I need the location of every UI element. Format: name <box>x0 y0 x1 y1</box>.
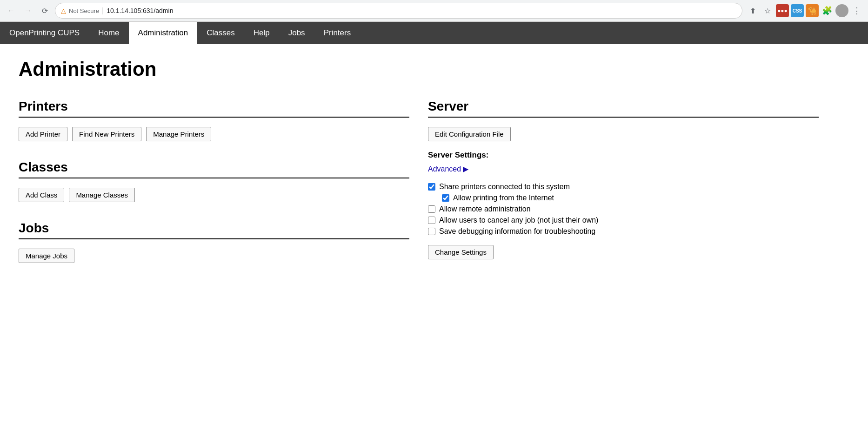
server-buttons: Edit Configuration File <box>428 127 819 141</box>
browser-chrome: ← → ⟳ △ Not Secure | 10.1.14.105:631/adm… <box>0 0 868 22</box>
allow-remote-admin-label: Allow remote administration <box>439 205 531 213</box>
address-bar[interactable]: △ Not Secure | 10.1.14.105:631/admin <box>55 3 742 19</box>
allow-internet-label: Allow printing from the Internet <box>453 194 554 202</box>
manage-classes-button[interactable]: Manage Classes <box>69 188 135 202</box>
manage-printers-button[interactable]: Manage Printers <box>146 127 211 141</box>
not-secure-label: Not Secure <box>69 7 99 14</box>
left-column: Printers Add Printer Find New Printers M… <box>19 99 409 263</box>
change-settings-wrapper: Change Settings <box>428 245 819 259</box>
advanced-link[interactable]: Advanced ▶ <box>428 165 468 173</box>
cups-navbar: OpenPrinting CUPS Home Administration Cl… <box>0 22 868 44</box>
nav-printers[interactable]: Printers <box>314 22 361 44</box>
nav-administration[interactable]: Administration <box>129 22 198 44</box>
allow-cancel-label: Allow users to cancel any job (not just … <box>439 216 598 224</box>
page-content: Administration Printers Add Printer Find… <box>0 44 837 277</box>
advanced-arrow: ▶ <box>463 165 468 173</box>
server-section: Server Edit Configuration File Server Se… <box>428 99 819 259</box>
allow-cancel-any-job-checkbox[interactable] <box>428 217 435 224</box>
add-class-button[interactable]: Add Class <box>19 188 64 202</box>
browser-toolbar: ← → ⟳ △ Not Secure | 10.1.14.105:631/adm… <box>0 0 868 21</box>
save-debugging-checkbox[interactable] <box>428 228 435 235</box>
ext-css-button[interactable]: CSS <box>791 4 804 17</box>
nav-help[interactable]: Help <box>244 22 279 44</box>
allow-printing-internet-checkbox[interactable] <box>442 194 449 202</box>
separator: | <box>102 7 104 15</box>
allow-cancel-row: Allow users to cancel any job (not just … <box>428 216 819 224</box>
find-new-printers-button[interactable]: Find New Printers <box>72 127 141 141</box>
edit-config-button[interactable]: Edit Configuration File <box>428 127 511 141</box>
advanced-section: Advanced ▶ <box>428 165 819 178</box>
share-printers-label: Share printers connected to this system <box>439 183 570 191</box>
nav-classes[interactable]: Classes <box>197 22 244 44</box>
advanced-label: Advanced <box>428 165 461 173</box>
add-printer-button[interactable]: Add Printer <box>19 127 67 141</box>
share-button[interactable]: ⬆ <box>746 4 759 17</box>
ext-red-button[interactable]: ●●● <box>776 4 789 17</box>
jobs-buttons: Manage Jobs <box>19 249 409 263</box>
allow-internet-row: Allow printing from the Internet <box>442 194 819 202</box>
printers-buttons: Add Printer Find New Printers Manage Pri… <box>19 127 409 141</box>
page-title: Administration <box>19 58 819 80</box>
manage-jobs-button[interactable]: Manage Jobs <box>19 249 74 263</box>
classes-section-title: Classes <box>19 160 409 178</box>
url-display: 10.1.14.105:631/admin <box>107 7 173 14</box>
ext-camel-button[interactable]: 🐪 <box>806 4 819 17</box>
server-settings-label: Server Settings: <box>428 151 819 160</box>
nav-home[interactable]: Home <box>89 22 128 44</box>
reload-button[interactable]: ⟳ <box>38 4 51 17</box>
allow-remote-admin-row: Allow remote administration <box>428 205 819 213</box>
forward-button[interactable]: → <box>21 4 34 17</box>
cups-brand: OpenPrinting CUPS <box>0 22 89 44</box>
share-printers-row: Share printers connected to this system <box>428 183 819 191</box>
warning-icon: △ <box>61 7 66 14</box>
main-grid: Printers Add Printer Find New Printers M… <box>19 99 819 263</box>
share-printers-checkbox[interactable] <box>428 183 435 191</box>
jobs-section: Jobs Manage Jobs <box>19 221 409 263</box>
back-button[interactable]: ← <box>5 4 18 17</box>
save-debugging-row: Save debugging information for troublesh… <box>428 227 819 236</box>
ext-puzzle-button[interactable]: 🧩 <box>821 4 834 17</box>
bookmark-button[interactable]: ☆ <box>761 4 774 17</box>
browser-actions: ⬆ ☆ ●●● CSS 🐪 🧩 ⋮ <box>746 4 863 17</box>
profile-avatar[interactable] <box>835 4 848 17</box>
jobs-section-title: Jobs <box>19 221 409 239</box>
server-section-title: Server <box>428 99 819 118</box>
classes-buttons: Add Class Manage Classes <box>19 188 409 202</box>
classes-section: Classes Add Class Manage Classes <box>19 160 409 202</box>
printers-section: Printers Add Printer Find New Printers M… <box>19 99 409 141</box>
printers-section-title: Printers <box>19 99 409 118</box>
browser-menu-button[interactable]: ⋮ <box>850 4 863 17</box>
change-settings-button[interactable]: Change Settings <box>428 245 494 259</box>
save-debugging-label: Save debugging information for troublesh… <box>439 227 595 236</box>
nav-jobs[interactable]: Jobs <box>279 22 314 44</box>
allow-remote-admin-checkbox[interactable] <box>428 205 435 213</box>
right-column: Server Edit Configuration File Server Se… <box>428 99 819 263</box>
